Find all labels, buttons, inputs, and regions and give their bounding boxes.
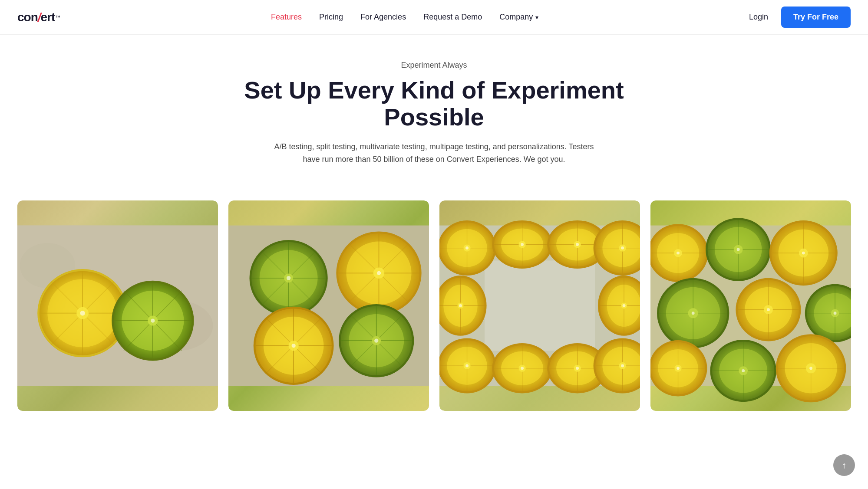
hero-description: A/B testing, split testing, multivariate… xyxy=(269,141,599,166)
card-mvt[interactable]: Multivariate Testing In the mvt testing … xyxy=(439,200,640,411)
svg-point-13 xyxy=(80,311,85,316)
nav-company-label: Company xyxy=(499,13,533,22)
svg-point-131 xyxy=(622,304,625,307)
header-right: Login Try For Free xyxy=(749,7,851,28)
nav-pricing[interactable]: Pricing xyxy=(319,13,343,22)
nav-demo[interactable]: Request a Demo xyxy=(423,13,482,22)
card-ab-image xyxy=(17,200,218,411)
card-multipage[interactable]: Multipage Experiments Make different cha… xyxy=(650,200,851,411)
svg-point-22 xyxy=(151,318,155,322)
svg-point-32 xyxy=(286,276,290,280)
svg-rect-61 xyxy=(484,260,594,351)
svg-point-59 xyxy=(374,338,378,342)
card-split-testing[interactable]: Split Testing Pick a winner between… xyxy=(228,200,429,411)
svg-point-96 xyxy=(465,364,469,367)
logo-slash: / xyxy=(38,10,41,24)
site-header: con/ert ™ Features Pricing For Agencies … xyxy=(0,0,868,35)
svg-point-153 xyxy=(802,251,805,254)
svg-point-50 xyxy=(291,344,295,348)
cards-grid: A/B Testing Includes both landing page a… xyxy=(17,200,851,411)
hero-section: Experiment Always Set Up Every Kind of E… xyxy=(0,35,868,183)
svg-point-146 xyxy=(736,248,739,251)
nav-features[interactable]: Features xyxy=(271,13,302,22)
hero-eyebrow: Experiment Always xyxy=(17,61,851,70)
svg-point-110 xyxy=(576,367,579,370)
svg-point-68 xyxy=(465,246,469,249)
svg-point-89 xyxy=(621,246,624,249)
svg-point-124 xyxy=(459,304,462,307)
chevron-down-icon: ▾ xyxy=(535,14,538,21)
login-link[interactable]: Login xyxy=(749,13,768,22)
svg-point-139 xyxy=(677,251,680,254)
card-split-image xyxy=(228,200,429,411)
hero-title: Set Up Every Kind of Experiment Possible xyxy=(239,77,630,130)
svg-point-103 xyxy=(521,367,524,370)
svg-point-188 xyxy=(742,369,745,372)
svg-point-167 xyxy=(766,308,769,311)
svg-point-174 xyxy=(833,312,836,315)
svg-point-117 xyxy=(621,364,624,367)
nav-agencies[interactable]: For Agencies xyxy=(360,13,406,22)
svg-point-75 xyxy=(521,243,524,246)
main-content: Experiment Always Set Up Every Kind of E… xyxy=(0,35,868,437)
svg-point-181 xyxy=(677,367,680,370)
logo-trademark: ™ xyxy=(55,14,60,20)
card-ab-testing[interactable]: A/B Testing Includes both landing page a… xyxy=(17,200,218,411)
svg-point-195 xyxy=(809,367,812,370)
card-mvt-image xyxy=(439,200,640,411)
logo-text: con/ert xyxy=(17,10,55,24)
svg-point-41 xyxy=(376,271,380,275)
card-multipage-image xyxy=(650,200,851,411)
cards-section: A/B Testing Includes both landing page a… xyxy=(9,183,860,437)
svg-point-160 xyxy=(691,312,694,315)
svg-point-82 xyxy=(576,243,579,246)
try-for-free-button[interactable]: Try For Free xyxy=(781,7,851,28)
logo[interactable]: con/ert ™ xyxy=(17,10,60,24)
main-nav: Features Pricing For Agencies Request a … xyxy=(271,13,538,22)
nav-company[interactable]: Company ▾ xyxy=(499,13,538,22)
